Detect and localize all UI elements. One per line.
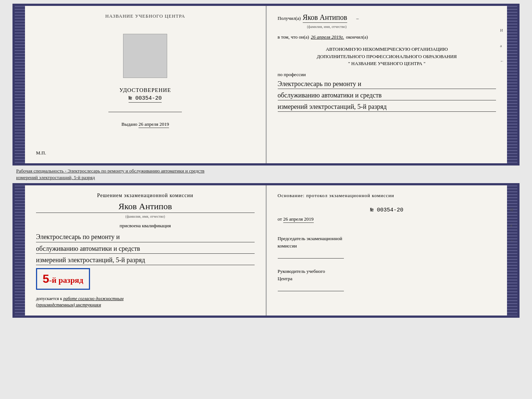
annotation-block: Рабочая специальность - Электрослесарь п… <box>12 165 520 183</box>
grade-number: 5 <box>43 272 49 285</box>
left-page-top: НАЗВАНИЕ УЧЕБНОГО ЦЕНТРА УДОСТОВЕРЕНИЕ №… <box>25 6 267 163</box>
book-spine-right-top <box>507 6 517 163</box>
top-certificate-book: НАЗВАНИЕ УЧЕБНОГО ЦЕНТРА УДОСТОВЕРЕНИЕ №… <box>12 4 520 165</box>
director-signature-line <box>278 284 344 291</box>
bottom-side-marks: И а ← <box>510 207 514 243</box>
received-prefix: Получил(а) <box>278 15 301 21</box>
mp-label: М.П. <box>36 150 46 156</box>
stamp-placeholder <box>123 34 167 78</box>
commission-label: комиссии <box>278 242 496 250</box>
in-that-line: в том, что он(а) 26 апреля 2019г. окончи… <box>278 34 496 40</box>
in-that-prefix: в том, что он(а) <box>278 34 309 40</box>
book-spine-right-bottom <box>507 185 517 315</box>
profession-line3: измерений электростанций, 5-й разряд <box>278 102 496 112</box>
director-block: Руководитель учебного Центра <box>278 268 496 293</box>
instructions-text: (производственным) инструкциям <box>36 302 101 307</box>
right-page-top: Получил(а) Яков Антипов – (фамилия, имя,… <box>267 6 507 163</box>
protocol-number: № 00354-20 <box>278 207 496 213</box>
grade-suffix: -й разряд <box>49 275 83 285</box>
qualification-label: присвоена квалификация <box>36 223 255 229</box>
bottom-profession-line3: измерений электростанций, 5-й разряд <box>36 256 255 265</box>
org-line2: ДОПОЛНИТЕЛЬНОГО ПРОФЕССИОНАЛЬНОГО ОБРАЗО… <box>278 53 496 60</box>
bottom-side-mark-2: а <box>510 223 514 227</box>
date-prefix: от <box>278 216 282 222</box>
bottom-right-page: Основание: протокол экзаменационной коми… <box>267 185 507 315</box>
recipient-name: Яков Антипов <box>303 13 347 23</box>
side-mark-1: И <box>500 28 504 32</box>
school-name-label: НАЗВАНИЕ УЧЕБНОГО ЦЕНТРА <box>105 13 185 19</box>
bottom-profession-line2: обслуживанию автоматики и средств <box>36 244 255 254</box>
org-line1: АВТОНОМНУЮ НЕКОММЕРЧЕСКУЮ ОРГАНИЗАЦИЮ <box>278 46 496 53</box>
issued-date-value: 26 апреля 2019 <box>139 121 169 128</box>
protocol-date-value: 26 апреля 2019 <box>283 216 314 223</box>
profession-label: по профессии <box>278 72 496 78</box>
protocol-date: от 26 апреля 2019 <box>278 216 496 222</box>
chairman-block: Председатель экзаменационной комиссии <box>278 235 496 260</box>
grade-badge: 5-й разряд <box>36 268 90 290</box>
name-sublabel-top: (фамилия, имя, отчество) <box>307 25 496 29</box>
director-label: Руководитель учебного <box>278 268 496 275</box>
decision-label: Решением экзаменационной комиссии <box>36 193 255 199</box>
org-line3: " НАЗВАНИЕ УЧЕБНОГО ЦЕНТРА " <box>278 60 496 67</box>
issued-prefix: Выдано <box>122 121 137 127</box>
finished-label: окончил(а) <box>346 34 368 40</box>
certificate-title: УДОСТОВЕРЕНИЕ <box>119 87 171 93</box>
received-line: Получил(а) Яков Антипов – <box>278 13 496 23</box>
org-block: АВТОНОМНУЮ НЕКОММЕРЧЕСКУЮ ОРГАНИЗАЦИЮ ДО… <box>278 46 496 67</box>
basis-label: Основание: протокол экзаменационной коми… <box>278 193 496 199</box>
signature-line-1 <box>108 112 182 112</box>
center-label: Центра <box>278 275 496 282</box>
allowed-text: работе согласно должностным <box>63 296 123 301</box>
bottom-side-mark-1: И <box>510 207 514 212</box>
issued-date-line: Выдано 26 апреля 2019 <box>122 121 169 127</box>
profession-line2: обслуживанию автоматики и средств <box>278 91 496 100</box>
bottom-left-page: Решением экзаменационной комиссии Яков А… <box>25 185 267 315</box>
name-sublabel-bottom: (фамилия, имя, отчество) <box>36 214 255 218</box>
profession-line1: Электрослесарь по ремонту и <box>278 79 496 89</box>
book-spine-left-bottom <box>15 185 25 315</box>
side-marks: И а ← <box>500 28 504 63</box>
annotation-line1: Рабочая специальность - Электрослесарь п… <box>16 168 204 174</box>
side-mark-3: ← <box>500 59 504 63</box>
bottom-side-mark-3: ← <box>510 238 514 243</box>
chairman-label: Председатель экзаменационной <box>278 235 496 242</box>
certificate-number: № 00354-20 <box>129 95 162 103</box>
allowed-prefix: допускается к <box>36 296 62 301</box>
chairman-signature-line <box>278 251 344 259</box>
bottom-recipient-name: Яков Антипов <box>36 202 255 213</box>
bottom-profession-line1: Электрослесарь по ремонту и <box>36 232 255 242</box>
annotation-line2: измерений электростанций, 5-й разряд <box>16 175 95 180</box>
book-spine-left <box>15 6 25 163</box>
completion-date: 26 апреля 2019г. <box>311 34 344 40</box>
allowed-block: допускается к работе согласно должностны… <box>36 296 255 308</box>
side-mark-2: а <box>500 43 504 48</box>
bottom-certificate-book: Решением экзаменационной комиссии Яков А… <box>12 183 520 317</box>
